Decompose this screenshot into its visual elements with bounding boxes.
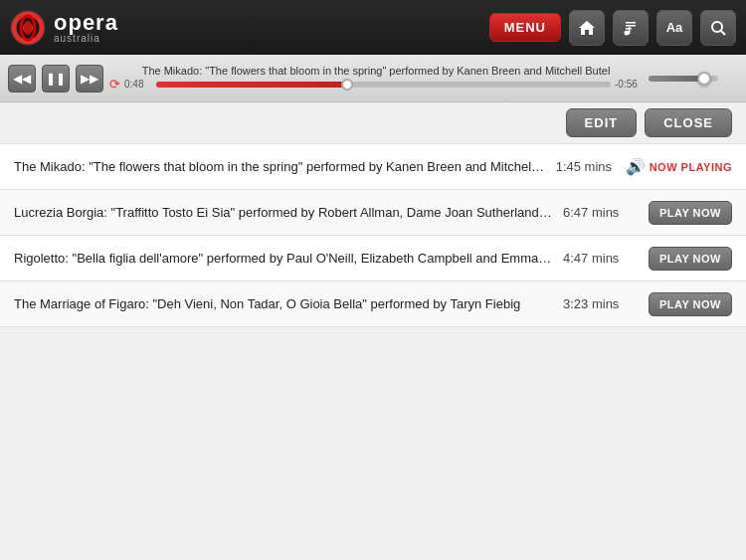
opera-sub: australia	[54, 34, 118, 44]
track-duration: 4:47 mins	[563, 251, 633, 266]
svg-marker-5	[579, 21, 595, 35]
time-elapsed: 0:48	[124, 79, 152, 90]
svg-point-9	[625, 30, 630, 35]
opera-logo-icon	[10, 10, 46, 46]
track-row: The Marriage of Figaro: "Deh Vieni, Non …	[0, 281, 746, 327]
opera-text: opera australia	[54, 12, 118, 44]
player-bar: ◀◀ ❚❚ ▶▶ The Mikado: "The flowers that b…	[0, 55, 746, 102]
svg-rect-6	[626, 22, 636, 24]
track-row: The Mikado: "The flowers that bloom in t…	[0, 144, 746, 190]
play-now-button[interactable]: PLAY NOW	[649, 247, 732, 271]
close-button[interactable]: CLOSE	[645, 108, 732, 137]
search-icon	[709, 19, 727, 37]
speaker-icon: 🔊	[626, 157, 646, 176]
toolbar: EDIT CLOSE	[0, 102, 746, 144]
volume-bar[interactable]	[649, 76, 718, 82]
track-name: The Mikado: "The flowers that bloom in t…	[14, 159, 556, 174]
track-duration: 1:45 mins	[556, 159, 626, 174]
track-info-area: The Mikado: "The flowers that bloom in t…	[109, 65, 643, 92]
previous-button[interactable]: ◀◀	[8, 65, 36, 93]
svg-rect-10	[629, 27, 631, 34]
svg-rect-7	[626, 25, 636, 27]
edit-button[interactable]: EDIT	[566, 108, 638, 137]
track-name: The Marriage of Figaro: "Deh Vieni, Non …	[14, 296, 563, 311]
volume-fill	[649, 76, 704, 82]
now-playing-badge: 🔊NOW PLAYING	[626, 157, 732, 176]
volume-area	[649, 76, 738, 82]
svg-point-4	[24, 21, 32, 35]
now-playing-text: NOW PLAYING	[650, 161, 732, 173]
track-action: PLAY NOW	[633, 247, 732, 271]
progress-row: ⟳ 0:48 -0:56	[109, 77, 643, 92]
track-action: PLAY NOW	[633, 201, 732, 225]
progress-thumb	[341, 79, 353, 91]
track-action: 🔊NOW PLAYING	[626, 157, 732, 176]
music-icon	[622, 19, 640, 37]
progress-fill	[156, 82, 347, 88]
track-title: The Mikado: "The flowers that bloom in t…	[109, 65, 643, 77]
opera-title: opera	[54, 12, 118, 34]
track-action: PLAY NOW	[633, 292, 732, 316]
track-row: Rigoletto: "Bella figlia dell'amore" per…	[0, 236, 746, 281]
music-button[interactable]	[613, 10, 649, 46]
track-name: Lucrezia Borgia: "Traffitto Tosto Ei Sia…	[14, 205, 563, 220]
next-button[interactable]: ▶▶	[76, 65, 103, 93]
track-list: The Mikado: "The flowers that bloom in t…	[0, 144, 746, 327]
header-right: MENU Aa	[489, 10, 736, 46]
track-duration: 6:47 mins	[563, 205, 633, 220]
home-button[interactable]	[569, 10, 605, 46]
play-now-button[interactable]: PLAY NOW	[649, 292, 732, 316]
progress-bar[interactable]	[156, 82, 611, 88]
track-row: Lucrezia Borgia: "Traffitto Tosto Ei Sia…	[0, 190, 746, 236]
track-name: Rigoletto: "Bella figlia dell'amore" per…	[14, 251, 563, 266]
svg-line-12	[721, 31, 725, 35]
play-pause-button[interactable]: ❚❚	[42, 65, 70, 93]
home-icon	[578, 19, 596, 37]
font-icon: Aa	[666, 20, 683, 35]
next-icon: ▶▶	[81, 72, 98, 86]
pause-icon: ❚❚	[46, 72, 66, 86]
play-now-button[interactable]: PLAY NOW	[649, 201, 732, 225]
repeat-icon: ⟳	[109, 77, 120, 92]
search-button[interactable]	[700, 10, 736, 46]
svg-point-11	[712, 22, 722, 32]
previous-icon: ◀◀	[13, 72, 31, 86]
time-remaining: -0:56	[615, 79, 643, 90]
track-duration: 3:23 mins	[563, 296, 633, 311]
menu-button[interactable]: MENU	[489, 13, 561, 42]
volume-thumb	[697, 72, 711, 86]
header: opera australia MENU Aa	[0, 0, 746, 55]
font-button[interactable]: Aa	[656, 10, 692, 46]
logo-area: opera australia	[10, 10, 118, 46]
